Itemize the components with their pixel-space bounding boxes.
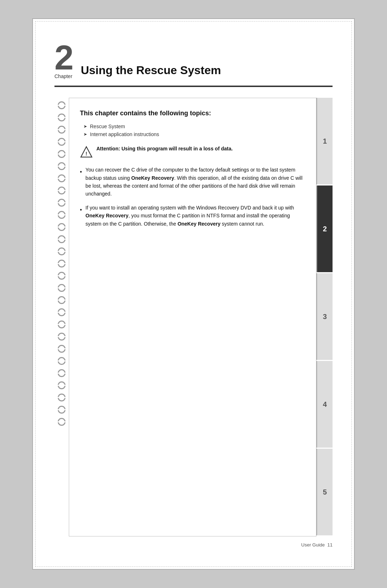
tab-label: 3 [323, 313, 327, 321]
chapter-divider [54, 86, 333, 87]
ring [58, 296, 66, 304]
ring [58, 235, 66, 243]
ring [58, 114, 66, 121]
tab-label: 2 [323, 225, 327, 233]
tab-label: 1 [323, 137, 327, 145]
ring [58, 260, 66, 268]
tabs-column: 1 2 3 4 5 [316, 98, 333, 536]
tab-3[interactable]: 3 [316, 273, 333, 360]
footer-page-number: 11 [328, 542, 333, 548]
chapter-title: Using the Rescue System [81, 64, 221, 77]
ring [58, 162, 66, 170]
ring [58, 199, 66, 207]
ring [58, 174, 66, 182]
ring [58, 187, 66, 194]
ring [58, 126, 66, 134]
warning-icon: ! [80, 146, 93, 159]
ring [58, 320, 66, 328]
bullet-item: • If you want to install an operating sy… [80, 204, 305, 228]
ring [58, 211, 66, 219]
toc-item-label: Internet application instructions [90, 131, 159, 137]
list-item: Rescue System [83, 124, 305, 129]
toc-item-label: Rescue System [90, 124, 125, 129]
toc-heading: This chapter contains the following topi… [80, 109, 305, 118]
attention-text: Attention: Using this program will resul… [96, 146, 233, 151]
ring [58, 272, 66, 280]
tab-4[interactable]: 4 [316, 361, 333, 448]
tab-1[interactable]: 1 [316, 98, 333, 184]
content-area: This chapter contains the following topi… [54, 98, 333, 536]
bullet-dot: • [80, 205, 82, 215]
bullet-item: • You can recover the C drive of the com… [80, 166, 305, 198]
ring [58, 394, 66, 401]
ring [58, 247, 66, 255]
ring [58, 406, 66, 414]
ring [58, 101, 66, 109]
ring [58, 150, 66, 158]
ring [58, 381, 66, 389]
footer-guide-label: User Guide [301, 542, 325, 548]
tab-5[interactable]: 5 [316, 449, 333, 535]
bullet-text: If you want to install an operating syst… [86, 204, 305, 228]
page-footer: User Guide 11 [54, 536, 333, 548]
bullet-text: You can recover the C drive of the compu… [86, 166, 305, 198]
attention-bold: Attention: Using this program will resul… [96, 146, 233, 151]
attention-box: ! Attention: Using this program will res… [80, 146, 305, 159]
tab-2[interactable]: 2 [316, 185, 333, 272]
chapter-number: 2 [54, 40, 73, 75]
ring [58, 223, 66, 231]
chapter-number-block: 2 Chapter [54, 40, 73, 79]
ring [58, 357, 66, 365]
bullet-section: • You can recover the C drive of the com… [80, 166, 305, 228]
chapter-header: 2 Chapter Using the Rescue System [54, 40, 333, 82]
bullet-dot: • [80, 167, 82, 177]
toc-list: Rescue System Internet application instr… [80, 124, 305, 137]
rings-column [54, 98, 69, 536]
ring [58, 308, 66, 316]
ring [58, 138, 66, 146]
ring [58, 333, 66, 341]
tab-label: 4 [323, 400, 327, 409]
page: 2 Chapter Using the Rescue System [32, 18, 355, 570]
svg-text:!: ! [86, 151, 87, 156]
tab-label: 5 [323, 488, 327, 496]
inner-box: This chapter contains the following topi… [69, 98, 316, 536]
list-item: Internet application instructions [83, 131, 305, 137]
ring [58, 369, 66, 377]
ring [58, 345, 66, 353]
ring [58, 284, 66, 292]
chapter-label: Chapter [54, 73, 72, 79]
ring [58, 418, 66, 426]
